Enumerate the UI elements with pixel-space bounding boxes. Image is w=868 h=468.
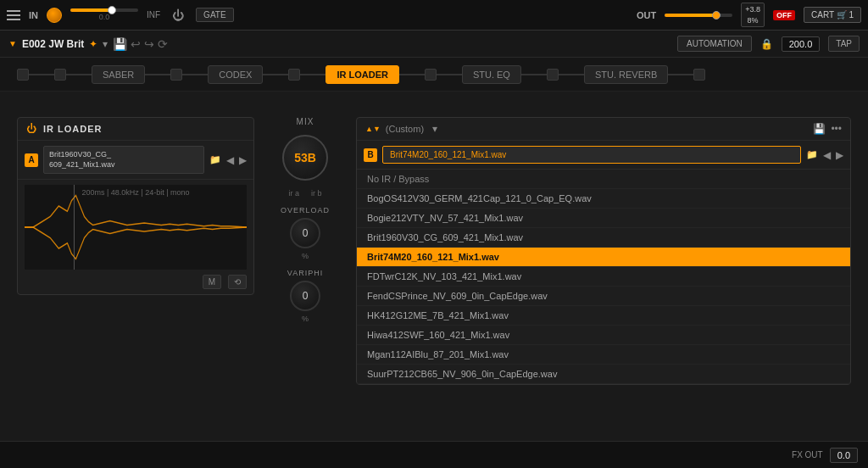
variphi-section: VARIPHI 0 % bbox=[271, 269, 339, 323]
mix-label: MIX bbox=[297, 117, 314, 126]
preset-area: ▼ E002 JW Brit ✦ ▾ 💾 ↩ ↪ ⟳ bbox=[8, 37, 669, 51]
right-panel-header: ▲▼ (Custom) ▾ 💾 ••• bbox=[357, 118, 850, 141]
tap-button[interactable]: TAP bbox=[828, 36, 860, 52]
slot-a-letter: A bbox=[25, 153, 38, 167]
ir-panel-header: ⏻ IR LOADER bbox=[18, 118, 253, 141]
in-db-label: INF bbox=[147, 10, 160, 20]
out-level-badge: +3.8 8% bbox=[741, 3, 765, 27]
chain-block-5 bbox=[547, 69, 559, 81]
slot-b-letter: B bbox=[364, 148, 377, 162]
save-preset-icon[interactable]: 💾 bbox=[813, 123, 826, 135]
chain-connector-8 bbox=[521, 74, 547, 75]
power-icon[interactable]: ⏻ bbox=[169, 7, 187, 24]
nav-next-a[interactable]: ▶ bbox=[239, 154, 247, 166]
top-bar-right: OUT +3.8 8% OFF CART 🛒 1 bbox=[637, 3, 861, 27]
chain-block-end bbox=[693, 69, 705, 81]
undo-button[interactable]: ↩ bbox=[131, 37, 141, 51]
dropdown-item-9[interactable]: Mgan112AIBlu_87_201_Mix1.wav bbox=[357, 345, 850, 365]
overload-value: 0 bbox=[303, 227, 309, 239]
chevron-down-icon[interactable]: ▾ bbox=[103, 38, 108, 50]
chain-connector-2 bbox=[145, 74, 170, 75]
folder-icon-b[interactable]: 📁 bbox=[806, 149, 818, 160]
right-panel: ▲▼ (Custom) ▾ 💾 ••• B Brit74M20_160_121_… bbox=[356, 117, 851, 385]
chain-connector-3 bbox=[182, 74, 208, 75]
chain-node-stu-eq[interactable]: STU. EQ bbox=[462, 65, 521, 84]
menu-button[interactable] bbox=[7, 10, 20, 20]
out-label: OUT bbox=[637, 10, 656, 20]
ir-loader-panel: ⏻ IR LOADER A Brit1960V30_CG_ 609_421_Mi… bbox=[17, 117, 254, 295]
folder-icon-a[interactable]: 📁 bbox=[209, 154, 221, 165]
chain-block-4 bbox=[425, 69, 437, 81]
chain-connector-7 bbox=[437, 74, 462, 75]
chain-node-ir-loader[interactable]: IR LOADER bbox=[326, 65, 399, 84]
dropdown-item-4[interactable]: Brit74M20_160_121_Mix1.wav bbox=[357, 248, 850, 267]
gate-button[interactable]: GATE bbox=[196, 8, 233, 22]
cart-button[interactable]: CART 🛒 1 bbox=[804, 7, 861, 23]
ir-slot-b: B Brit74M20_160_121_Mix1.wav 📁 ◀ ▶ bbox=[357, 141, 850, 170]
zoom-button[interactable]: ⟲ bbox=[228, 275, 247, 289]
nav-prev-b[interactable]: ◀ bbox=[823, 149, 831, 161]
overload-section: OVERLOAD 0 % bbox=[271, 206, 339, 260]
save-icon[interactable]: 💾 bbox=[113, 37, 127, 51]
ir-loader-title: IR LOADER bbox=[43, 124, 103, 134]
chain-bar: SABER CODEX IR LOADER STU. EQ STU. REVER… bbox=[0, 58, 868, 92]
reset-button[interactable]: ⟳ bbox=[158, 37, 168, 51]
chain-node-saber[interactable]: SABER bbox=[92, 65, 145, 84]
dropdown-item-0[interactable]: No IR / Bypass bbox=[357, 170, 850, 189]
dropdown-item-7[interactable]: HK412G12ME_7B_421_Mix1.wav bbox=[357, 306, 850, 326]
ir-b-label: ir b bbox=[311, 189, 322, 198]
off-badge[interactable]: OFF bbox=[773, 10, 795, 20]
dropdown-item-6[interactable]: FendCSPrince_NV_609_0in_CapEdge.wav bbox=[357, 287, 850, 306]
main-content: ⏻ IR LOADER A Brit1960V30_CG_ 609_421_Mi… bbox=[0, 92, 868, 441]
chain-connector-6 bbox=[399, 74, 425, 75]
chain-node-stu-reverb[interactable]: STU. REVERB bbox=[584, 65, 668, 84]
ir-a-label: ir a bbox=[288, 189, 299, 198]
ir-dropdown-list: No IR / BypassBogOS412V30_GERM_421Cap_12… bbox=[357, 170, 850, 384]
star-icon[interactable]: ✦ bbox=[89, 38, 97, 50]
top-bar: IN 0.0 INF ⏻ GATE OUT +3.8 8% OFF CART 🛒… bbox=[0, 0, 868, 31]
chain-connector-1 bbox=[66, 74, 92, 75]
in-knob[interactable] bbox=[47, 8, 62, 23]
bpm-value[interactable]: 200.0 bbox=[782, 36, 821, 52]
mix-panel: MIX 53B ir a ir b OVERLOAD 0 % VARIPHI 0… bbox=[271, 117, 339, 323]
variphi-knob[interactable]: 0 bbox=[290, 281, 320, 311]
dropdown-item-1[interactable]: BogOS412V30_GERM_421Cap_121_0_Cap_EQ.wav bbox=[357, 189, 850, 209]
automation-button[interactable]: AUTOMATION bbox=[677, 36, 752, 52]
more-options-icon[interactable]: ••• bbox=[831, 123, 842, 135]
variphi-pct: % bbox=[302, 315, 309, 323]
fx-out-value: 0.0 bbox=[830, 448, 858, 463]
dropdown-item-2[interactable]: Bogie212VTY_NV_57_421_Mix1.wav bbox=[357, 209, 850, 228]
custom-label: (Custom) bbox=[386, 124, 424, 134]
second-bar: ▼ E002 JW Brit ✦ ▾ 💾 ↩ ↪ ⟳ AUTOMATION 🔒 … bbox=[0, 31, 868, 58]
in-slider[interactable] bbox=[70, 8, 138, 12]
redo-button[interactable]: ↪ bbox=[144, 37, 154, 51]
dropdown-item-3[interactable]: Brit1960V30_CG_609_421_Mix1.wav bbox=[357, 228, 850, 248]
ir-ab-labels: ir a ir b bbox=[288, 189, 321, 198]
waveform-controls: M ⟲ bbox=[18, 275, 253, 294]
dropdown-item-5[interactable]: FDTwrC12K_NV_103_421_Mix1.wav bbox=[357, 267, 850, 287]
dropdown-arrow-icon[interactable]: ▾ bbox=[432, 123, 437, 135]
ir-waveform: 200ms | 48.0kHz | 24-bit | mono bbox=[25, 185, 247, 270]
out-slider[interactable] bbox=[665, 14, 732, 17]
preset-triangle-icon: ▼ bbox=[8, 39, 17, 48]
nav-next-b[interactable]: ▶ bbox=[836, 149, 843, 161]
dropdown-item-10[interactable]: SuurPT212CB65_NV_906_0in_CapEdge.wav bbox=[357, 365, 850, 384]
overload-knob[interactable]: 0 bbox=[290, 218, 320, 248]
right-panel-triangle-icon: ▲▼ bbox=[365, 125, 381, 133]
chain-connector-5 bbox=[300, 74, 326, 75]
mono-button[interactable]: M bbox=[203, 275, 221, 289]
overload-label: OVERLOAD bbox=[281, 206, 330, 214]
waveform-info: 200ms | 48.0kHz | 24-bit | mono bbox=[25, 188, 247, 197]
chain-connector-4 bbox=[263, 74, 288, 75]
mix-knob[interactable]: 53B bbox=[282, 135, 328, 181]
chain-block-start bbox=[17, 69, 29, 81]
undo-redo-area: 💾 ↩ ↪ ⟳ bbox=[113, 37, 168, 51]
lock-icon[interactable]: 🔒 bbox=[760, 38, 773, 50]
power-icon-ir[interactable]: ⏻ bbox=[26, 123, 36, 135]
variphi-label: VARIPHI bbox=[287, 269, 323, 277]
chain-node-codex[interactable]: CODEX bbox=[208, 65, 263, 84]
dropdown-item-8[interactable]: Hiwa412SWF_160_421_Mix1.wav bbox=[357, 326, 850, 345]
in-label: IN bbox=[29, 10, 38, 20]
in-db-value: 0.0 bbox=[99, 13, 110, 21]
nav-prev-a[interactable]: ◀ bbox=[226, 154, 234, 166]
